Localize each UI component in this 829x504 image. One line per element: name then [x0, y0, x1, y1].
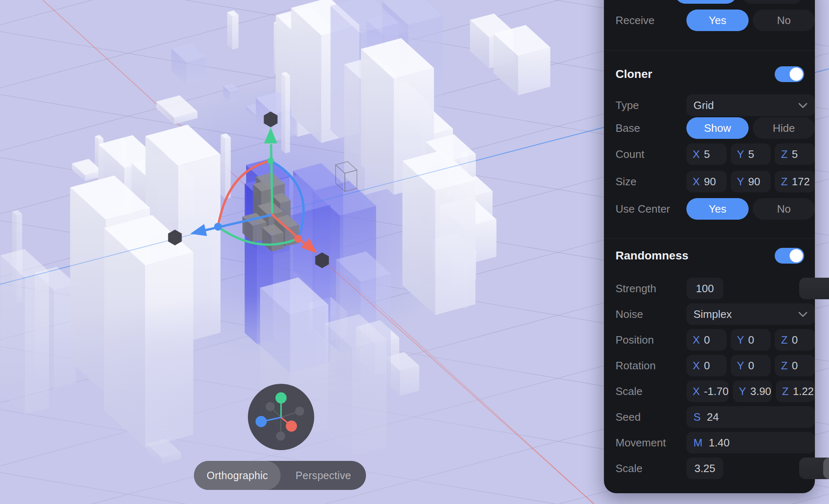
receive-yes-button[interactable]: Yes	[686, 10, 749, 31]
size-row: Size X 90 Y 90 Z 172	[616, 171, 803, 192]
cloner-toggle[interactable]	[775, 66, 804, 82]
scale-uniform-label: Scale	[616, 462, 675, 475]
scale-uniform-slider-knob[interactable]	[823, 458, 829, 479]
axis-x-dot[interactable]	[256, 416, 267, 427]
size-x-field[interactable]: X 90	[686, 171, 727, 192]
use-center-yes-button[interactable]: Yes	[686, 198, 749, 220]
use-center-no-button[interactable]: No	[753, 198, 815, 220]
position-z-field[interactable]: Z 0	[775, 329, 815, 351]
rotation-y-field[interactable]: Y 0	[731, 355, 771, 376]
toggle-knob	[790, 249, 803, 262]
position-x-field[interactable]: X 0	[686, 329, 727, 351]
movement-field[interactable]: M 1.40	[686, 432, 815, 453]
count-x-field[interactable]: X 5	[686, 143, 727, 165]
position-y-field[interactable]: Y 0	[731, 329, 771, 351]
section-divider	[604, 50, 815, 51]
clipped-no-button[interactable]	[741, 0, 803, 4]
strength-slider[interactable]	[799, 278, 829, 299]
movement-value: 1.40	[709, 436, 807, 449]
axis-neg-dot[interactable]	[295, 407, 304, 416]
inspector-panel: Receive Yes No Cloner Type Grid Base Sho…	[604, 0, 815, 493]
scale-random-row: Scale X -1.70 Y 3.90 Z 1.22	[616, 380, 803, 402]
axis-y-dot[interactable]	[276, 393, 287, 404]
axis-neg-dot[interactable]	[266, 402, 275, 411]
clipped-row-segmented	[675, 0, 803, 4]
position-row: Position X 0 Y 0 Z 0	[616, 329, 803, 351]
noise-dropdown[interactable]: Simplex	[686, 303, 815, 325]
scale-uniform-slider[interactable]	[799, 458, 829, 479]
type-value: Grid	[693, 99, 798, 112]
base-label: Base	[616, 122, 675, 135]
receive-label: Receive	[616, 14, 675, 27]
scale-z-field[interactable]: Z 1.22	[776, 380, 815, 402]
scale-x-field[interactable]: X -1.70	[686, 380, 729, 402]
seed-value: 24	[707, 411, 807, 424]
clipped-yes-button[interactable]	[675, 0, 737, 4]
axis-z-dot[interactable]	[286, 421, 297, 432]
type-label: Type	[616, 99, 675, 112]
size-label: Size	[616, 175, 675, 188]
type-dropdown[interactable]: Grid	[686, 94, 815, 116]
scale-uniform-row: Scale 3.25	[616, 458, 803, 479]
toggle-knob	[790, 68, 803, 81]
orientation-widget[interactable]	[248, 384, 314, 450]
base-hide-button[interactable]: Hide	[753, 117, 815, 139]
scale-random-label: Scale	[616, 385, 675, 398]
use-center-label: Use Center	[616, 203, 675, 216]
movement-label: Movement	[616, 436, 675, 449]
camera-projection-toggle[interactable]: Orthographic Perspective	[194, 461, 366, 490]
strength-row: Strength 100	[616, 278, 803, 299]
rotation-row: Rotation X 0 Y 0 Z 0	[616, 355, 803, 376]
chevron-down-icon	[798, 103, 807, 108]
base-row: Base Show Hide	[616, 117, 803, 139]
scale-y-field[interactable]: Y 3.90	[733, 380, 772, 402]
noise-label: Noise	[616, 308, 675, 321]
cloner-section-title: Cloner	[616, 66, 652, 82]
type-row: Type Grid	[616, 94, 803, 116]
camera-option-perspective[interactable]: Perspective	[281, 461, 366, 490]
count-label: Count	[616, 148, 675, 161]
size-y-field[interactable]: Y 90	[731, 171, 771, 192]
chevron-down-icon	[798, 312, 807, 317]
seed-field[interactable]: S 24	[686, 406, 815, 428]
count-z-field[interactable]: Z 5	[775, 143, 815, 165]
rotation-z-field[interactable]: Z 0	[775, 355, 815, 376]
seed-label: Seed	[616, 411, 675, 424]
scale-uniform-value-field[interactable]: 3.25	[686, 458, 723, 479]
receive-no-button[interactable]: No	[753, 10, 815, 31]
section-divider	[604, 238, 815, 239]
randomness-toggle[interactable]	[775, 248, 804, 264]
randomness-section-title: Randomness	[616, 248, 688, 264]
receive-row: Receive Yes No	[616, 10, 803, 31]
movement-row: Movement M 1.40	[616, 432, 803, 453]
base-show-button[interactable]: Show	[686, 117, 749, 139]
size-z-field[interactable]: Z 172	[775, 171, 815, 192]
count-y-field[interactable]: Y 5	[731, 143, 771, 165]
seed-row: Seed S 24	[616, 406, 803, 428]
use-center-row: Use Center Yes No	[616, 198, 803, 220]
camera-option-orthographic[interactable]: Orthographic	[194, 461, 281, 490]
rotation-label: Rotation	[616, 359, 675, 372]
axis-neg-dot[interactable]	[276, 431, 285, 441]
strength-value-field[interactable]: 100	[686, 278, 723, 299]
position-label: Position	[616, 334, 675, 346]
count-row: Count X 5 Y 5 Z 5	[616, 143, 803, 165]
strength-label: Strength	[616, 282, 675, 295]
rotation-x-field[interactable]: X 0	[686, 355, 727, 376]
noise-row: Noise Simplex	[616, 303, 803, 325]
noise-value: Simplex	[693, 308, 798, 321]
